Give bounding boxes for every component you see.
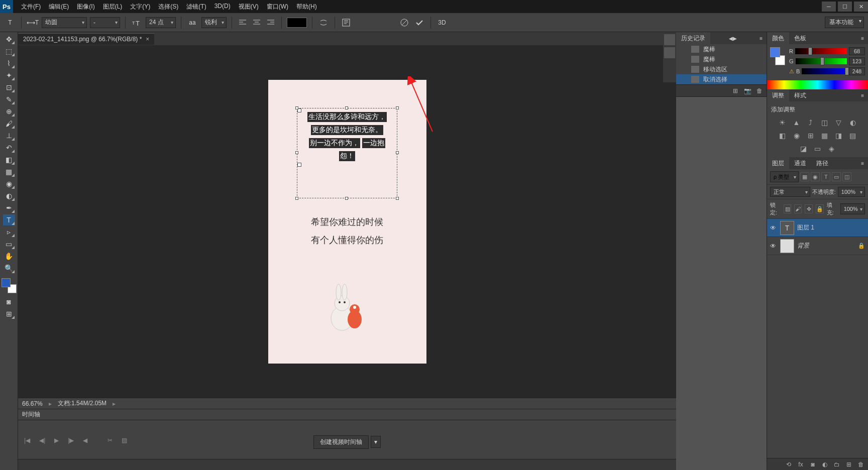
text-line-2[interactable]: 更多的是坎坷和无奈。 (311, 125, 383, 135)
b-value[interactable]: 248 (849, 67, 865, 75)
text-transform-box[interactable]: 生活没那么多诗和远方， 更多的是坎坷和无奈。 别一边不作为， 一边抱 怨！ (297, 108, 397, 198)
handle-bot-mid[interactable] (345, 197, 348, 200)
filter-smart-icon[interactable]: ◫ (842, 172, 851, 181)
brightness-icon[interactable]: ☀ (778, 118, 788, 127)
prev-frame-icon[interactable]: ◀| (37, 436, 47, 445)
scissors-icon[interactable]: ✂ (105, 436, 115, 445)
filter-type-icon[interactable]: T (821, 172, 830, 181)
workspace-selector[interactable]: 基本功能 (825, 17, 864, 28)
create-timeline-button[interactable]: 创建视频时间轴 (313, 435, 369, 449)
type-tool-icon[interactable]: T (4, 17, 16, 29)
bw-icon[interactable]: ◧ (778, 131, 788, 140)
handle-mid-right[interactable] (396, 151, 399, 154)
font-size-dropdown[interactable]: 24 点 (146, 17, 176, 28)
panel-menu-icon[interactable]: ≡ (857, 36, 868, 41)
crop-tool[interactable]: ⊡ (3, 82, 15, 93)
menu-image[interactable]: 图像(I) (73, 1, 98, 13)
quickmask-tool[interactable]: ◙ (3, 296, 15, 307)
warp-text-icon[interactable] (317, 17, 330, 29)
gradient-map-icon[interactable]: ▭ (813, 144, 823, 153)
color-picker-swatches[interactable] (770, 47, 785, 65)
levels-icon[interactable]: ▲ (792, 118, 802, 127)
strip-icon-1[interactable] (664, 34, 675, 45)
align-left-button[interactable] (237, 17, 248, 28)
layer-item-text[interactable]: 👁 T 图层 1 (767, 219, 868, 237)
menu-view[interactable]: 视图(V) (235, 1, 263, 13)
channel-mixer-icon[interactable]: ⊞ (806, 131, 816, 140)
layer-thumb-text[interactable]: T (780, 221, 794, 235)
text-line-3b[interactable]: 一边抱 (362, 138, 385, 148)
lookup-icon[interactable]: ▦ (820, 131, 830, 140)
hand-tool[interactable]: ✋ (3, 251, 15, 262)
new-doc-state-icon[interactable]: ⊞ (731, 87, 739, 95)
tab-channels[interactable]: 通道 (789, 157, 811, 170)
handle-top-left[interactable] (295, 106, 298, 109)
tab-paths[interactable]: 路径 (811, 157, 833, 170)
text-line-1[interactable]: 生活没那么多诗和远方， (307, 112, 387, 122)
layer-fx-icon[interactable]: fx (797, 460, 805, 468)
color-swatches[interactable] (2, 278, 17, 293)
lock-all-icon[interactable]: 🔒 (816, 204, 824, 213)
tab-close-icon[interactable]: × (146, 36, 149, 43)
threshold-icon[interactable]: ◪ (799, 144, 809, 153)
lasso-tool[interactable]: ⌇ (3, 58, 15, 69)
align-center-button[interactable] (251, 17, 262, 28)
r-value[interactable]: 68 (849, 47, 865, 55)
canvas-area[interactable]: 生活没那么多诗和远方， 更多的是坎坷和无奈。 别一边不作为， 一边抱 怨！ 希望… (18, 45, 676, 398)
visibility-icon[interactable]: 👁 (770, 243, 777, 250)
wand-tool[interactable]: ✦ (3, 70, 15, 81)
cancel-edit-icon[interactable] (398, 17, 410, 29)
tab-color[interactable]: 颜色 (767, 32, 789, 45)
history-brush-tool[interactable]: ↶ (3, 142, 15, 153)
close-button[interactable]: ✕ (854, 2, 868, 12)
layer-item-bg[interactable]: 👁 背景 🔒 (767, 237, 868, 255)
tab-styles[interactable]: 样式 (789, 89, 811, 102)
strip-icon-2[interactable] (664, 47, 675, 58)
exposure-icon[interactable]: ◫ (820, 118, 830, 127)
filter-adjust-icon[interactable]: ◉ (811, 172, 820, 181)
handle-bot-left[interactable] (295, 197, 298, 200)
zoom-level[interactable]: 66.67% (22, 400, 43, 407)
move-tool[interactable]: ✥ (3, 34, 15, 45)
font-style-dropdown[interactable]: - (90, 17, 120, 28)
menu-edit[interactable]: 编辑(E) (45, 1, 73, 13)
menu-3d[interactable]: 3D(D) (210, 1, 235, 13)
foreground-color[interactable] (2, 278, 11, 287)
fg-swatch[interactable] (770, 47, 780, 57)
invert-icon[interactable]: ◨ (834, 131, 844, 140)
blur-tool[interactable]: ◉ (3, 178, 15, 189)
handle-bot-right[interactable] (396, 197, 399, 200)
transition-icon[interactable]: ▨ (120, 436, 129, 445)
play-icon[interactable]: ▶ (52, 436, 61, 445)
blend-mode-dropdown[interactable]: 正常 (770, 187, 810, 197)
menu-type[interactable]: 文字(Y) (126, 1, 154, 13)
menu-filter[interactable]: 滤镜(T) (182, 1, 210, 13)
font-family-dropdown[interactable]: 幼圆 (42, 17, 87, 28)
g-value[interactable]: 123 (849, 57, 865, 65)
type-tool[interactable]: T (3, 214, 15, 225)
handle-top-mid[interactable] (345, 106, 348, 109)
panel-menu-icon[interactable]: ≡ (857, 161, 868, 166)
spectrum-bar[interactable] (767, 80, 868, 89)
goto-first-icon[interactable]: |◀ (22, 436, 32, 445)
history-item-deselect[interactable]: 取消选择 (676, 74, 767, 84)
filter-pixel-icon[interactable]: ▦ (800, 172, 809, 181)
marquee-tool[interactable]: ⬚ (3, 46, 15, 57)
tab-layers[interactable]: 图层 (767, 157, 789, 170)
menu-file[interactable]: 文件(F) (17, 1, 45, 13)
menu-window[interactable]: 窗口(W) (263, 1, 292, 13)
history-tab[interactable]: 历史记录 (676, 32, 710, 45)
tab-swatches[interactable]: 色板 (789, 32, 811, 45)
panel-menu-icon[interactable]: ≡ (857, 93, 868, 98)
commit-edit-icon[interactable] (413, 17, 425, 29)
history-item-move[interactable]: 移动选区 (676, 64, 767, 74)
new-group-icon[interactable]: 🗀 (833, 460, 841, 468)
text-color-swatch[interactable] (287, 18, 307, 28)
handle-top-right[interactable] (396, 106, 399, 109)
character-panel-icon[interactable] (340, 17, 352, 29)
3d-text-icon[interactable]: 3D (436, 17, 448, 29)
brush-tool[interactable]: 🖌 (3, 118, 15, 129)
lock-transparent-icon[interactable]: ▨ (784, 204, 791, 213)
lock-position-icon[interactable]: ✥ (805, 204, 812, 213)
posterize-icon[interactable]: ▤ (848, 131, 858, 140)
